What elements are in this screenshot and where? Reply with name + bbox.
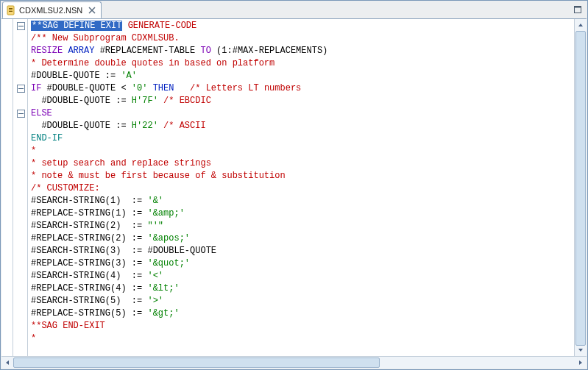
code-token: #DOUBLE-QUOTE := xyxy=(31,121,132,131)
code-line[interactable]: #DOUBLE-QUOTE := 'A' xyxy=(28,70,574,82)
code-token: H'7F' xyxy=(132,96,158,106)
code-token: #SEARCH-STRING(4) := xyxy=(31,271,147,281)
code-token: #SEARCH-STRING(5) := xyxy=(31,296,147,306)
scroll-up-icon[interactable] xyxy=(575,19,587,31)
code-token: * Determine double quotes in based on pl… xyxy=(31,58,274,68)
code-token: "'" xyxy=(147,221,163,231)
code-line[interactable]: #DOUBLE-QUOTE := H'7F' /* EBCDIC xyxy=(28,95,574,107)
code-line[interactable]: * xyxy=(28,332,574,345)
code-token xyxy=(174,83,190,93)
code-token xyxy=(147,83,152,93)
scroll-down-icon[interactable] xyxy=(575,344,587,356)
code-token: H'22' xyxy=(132,121,158,131)
code-token: * xyxy=(31,146,36,156)
code-line[interactable]: #SEARCH-STRING(1) := '&' xyxy=(28,195,574,207)
scroll-thumb-vertical[interactable] xyxy=(575,31,586,346)
code-line[interactable]: * xyxy=(28,145,574,157)
code-line[interactable]: #REPLACE-STRING(4) := '&lt;' xyxy=(28,282,574,295)
code-line[interactable]: **SAG END-EXIT xyxy=(28,320,574,332)
vertical-scrollbar[interactable] xyxy=(574,19,587,356)
code-token: #DOUBLE-QUOTE := xyxy=(31,96,132,106)
scroll-thumb-horizontal[interactable] xyxy=(13,357,380,368)
code-token: #SEARCH-STRING(2) := xyxy=(31,221,147,231)
code-token: /** New Subprogram CDXMLSUB. xyxy=(31,33,180,43)
fold-toggle[interactable] xyxy=(17,22,25,30)
code-token: '&gt;' xyxy=(147,308,179,319)
code-line[interactable]: * note & must be first because of & subs… xyxy=(28,170,574,182)
code-line[interactable]: #REPLACE-STRING(1) := '&amp;' xyxy=(28,207,574,220)
code-token: '&apos;' xyxy=(147,233,190,243)
code-token: 'A' xyxy=(121,71,137,81)
code-token: #REPLACE-STRING(3) := xyxy=(31,258,147,268)
svg-rect-2 xyxy=(9,10,13,10)
scroll-track-horizontal[interactable] xyxy=(13,357,575,369)
code-token: END-IF xyxy=(31,133,63,143)
code-line[interactable]: #REPLACE-STRING(3) := '&quot;' xyxy=(28,257,574,270)
tab-title: CDXMLSU2.NSN xyxy=(19,6,82,15)
code-token: '>' xyxy=(147,296,163,306)
code-line[interactable]: #SEARCH-STRING(3) := #DOUBLE-QUOTE xyxy=(28,245,574,257)
code-token: #REPLACE-STRING(5) := xyxy=(31,308,147,319)
code-token: THEN xyxy=(153,83,174,93)
fold-gutter[interactable] xyxy=(13,19,28,356)
code-line[interactable]: RESIZE ARRAY #REPLACEMENT-TABLE TO (1:#M… xyxy=(28,45,574,57)
editor-window: CDXMLSU2.NSN **SAG DEFINE EXIT GENERATE-… xyxy=(0,0,588,370)
code-line[interactable]: #REPLACE-STRING(2) := '&apos;' xyxy=(28,232,574,245)
code-token: #SEARCH-STRING(3) := #DOUBLE-QUOTE xyxy=(31,246,216,256)
code-token: /* Letters LT numbers xyxy=(190,83,301,93)
code-token: #DOUBLE-QUOTE := xyxy=(31,71,121,81)
code-line[interactable]: * setup search and replace strings xyxy=(28,157,574,170)
code-area[interactable]: **SAG DEFINE EXIT GENERATE-CODE/** New S… xyxy=(28,19,574,356)
file-icon xyxy=(6,5,16,15)
code-token: '<' xyxy=(147,271,163,281)
code-token: * setup search and replace strings xyxy=(31,158,211,168)
code-token: #REPLACE-STRING(2) := xyxy=(31,233,147,243)
code-token: ELSE xyxy=(31,108,52,118)
code-line[interactable]: #REPLACE-STRING(5) := '&gt;' xyxy=(28,307,574,320)
code-token: TO xyxy=(200,46,210,56)
code-token: RESIZE xyxy=(31,46,63,56)
svg-rect-5 xyxy=(575,7,581,8)
overview-ruler[interactable] xyxy=(1,19,13,356)
fold-toggle[interactable] xyxy=(17,110,25,118)
code-token: /* EBCDIC xyxy=(163,96,211,106)
code-token: (1:#MAX-REPLACEMENTS) xyxy=(211,46,327,56)
code-line[interactable]: ELSE xyxy=(28,107,574,120)
code-token: **SAG END-EXIT xyxy=(31,321,105,331)
code-line[interactable]: /* CUSTOMIZE: xyxy=(28,182,574,195)
code-line[interactable]: #SEARCH-STRING(2) := "'" xyxy=(28,220,574,232)
code-token: '&' xyxy=(147,196,163,206)
code-line[interactable]: #DOUBLE-QUOTE := H'22' /* ASCII xyxy=(28,120,574,132)
svg-rect-1 xyxy=(9,8,13,9)
code-line[interactable]: /** New Subprogram CDXMLSUB. xyxy=(28,32,574,45)
scroll-left-icon[interactable] xyxy=(1,357,13,369)
code-line[interactable]: END-IF xyxy=(28,132,574,145)
code-token: '0' xyxy=(132,83,148,93)
editor-area: **SAG DEFINE EXIT GENERATE-CODE/** New S… xyxy=(1,18,587,369)
code-token: GENERATE-CODE xyxy=(128,21,197,31)
tab-cdxmlsu2[interactable]: CDXMLSU2.NSN xyxy=(2,1,102,18)
close-icon[interactable] xyxy=(88,6,96,15)
fold-toggle[interactable] xyxy=(17,85,25,93)
code-token: #SEARCH-STRING(1) := xyxy=(31,196,147,206)
maximize-icon[interactable] xyxy=(571,3,584,16)
scroll-track-vertical[interactable] xyxy=(575,31,587,344)
code-line[interactable]: **SAG DEFINE EXIT GENERATE-CODE xyxy=(28,20,574,32)
code-token: * xyxy=(31,333,36,344)
code-line[interactable]: #SEARCH-STRING(4) := '<' xyxy=(28,270,574,282)
code-token: /* CUSTOMIZE: xyxy=(31,183,100,193)
code-token xyxy=(158,96,163,106)
svg-rect-3 xyxy=(9,11,13,12)
code-line[interactable]: IF #DOUBLE-QUOTE < '0' THEN /* Letters L… xyxy=(28,82,574,95)
tab-bar: CDXMLSU2.NSN xyxy=(1,1,587,18)
view-controls xyxy=(571,3,584,16)
code-line[interactable]: #SEARCH-STRING(5) := '>' xyxy=(28,295,574,307)
code-token: **SAG DEFINE EXIT xyxy=(31,21,122,31)
code-token: /* ASCII xyxy=(163,121,206,131)
scroll-right-icon[interactable] xyxy=(575,357,587,369)
code-line[interactable]: * Determine double quotes in based on pl… xyxy=(28,57,574,70)
code-token: #REPLACEMENT-TABLE xyxy=(94,46,200,56)
code-token: '&amp;' xyxy=(147,208,184,218)
horizontal-scrollbar[interactable] xyxy=(1,356,587,369)
code-token: '&quot;' xyxy=(147,258,190,268)
